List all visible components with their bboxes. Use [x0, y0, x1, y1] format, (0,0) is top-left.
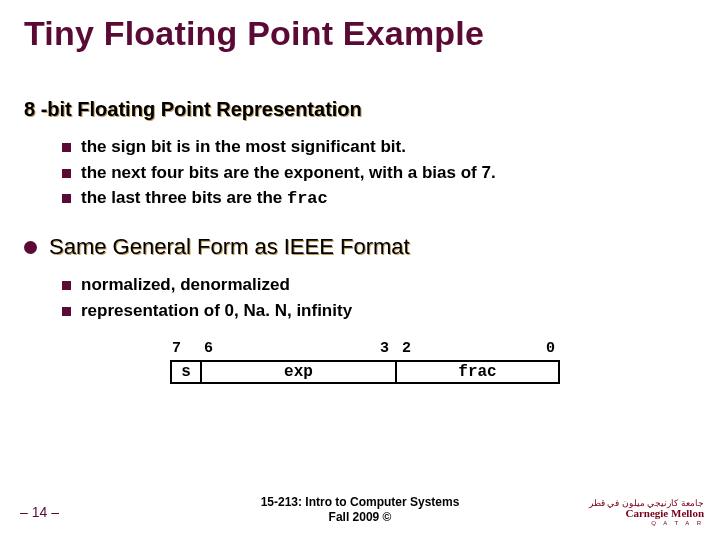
list-text: the sign bit is in the most significant …: [81, 137, 406, 156]
bit-label: 3: [380, 340, 389, 357]
list-text: the last three bits are the: [81, 188, 287, 207]
logo-qatar: Q A T A R: [589, 520, 704, 526]
list-text: the next four bits are the exponent, wit…: [81, 163, 496, 182]
field-sign: s: [172, 362, 202, 382]
cmu-qatar-logo: جامعة كارنيجي ميلون في قطر Carnegie Mell…: [589, 499, 704, 526]
representation-list: the sign bit is in the most significant …: [62, 134, 496, 212]
bitfield-boxes: s exp frac: [170, 360, 560, 384]
list-item: normalized, denormalized: [62, 272, 352, 298]
section-heading-text: Same General Form as IEEE Format: [49, 234, 410, 260]
field-exponent: exp: [202, 362, 397, 382]
list-item: the sign bit is in the most significant …: [62, 134, 496, 160]
square-bullet-icon: [62, 281, 71, 290]
square-bullet-icon: [62, 143, 71, 152]
logo-english: Carnegie Mellon: [589, 508, 704, 519]
ieee-list: normalized, denormalized representation …: [62, 272, 352, 323]
slide: Tiny Floating Point Example 8 -bit Float…: [0, 0, 720, 540]
slide-title: Tiny Floating Point Example: [24, 14, 484, 53]
square-bullet-icon: [62, 307, 71, 316]
list-item: the last three bits are the frac: [62, 185, 496, 212]
list-text-mono: frac: [287, 189, 328, 208]
list-item: representation of 0, Na. N, infinity: [62, 298, 352, 324]
field-fraction: frac: [397, 362, 558, 382]
square-bullet-icon: [62, 169, 71, 178]
bit-index-labels: 7 6 3 2 0: [170, 340, 560, 360]
bit-label: 6: [204, 340, 213, 357]
square-bullet-icon: [62, 194, 71, 203]
bit-label: 2: [402, 340, 411, 357]
list-text: normalized, denormalized: [81, 275, 290, 294]
section-heading-ieee: Same General Form as IEEE Format: [24, 234, 410, 260]
bit-label: 0: [546, 340, 555, 357]
bit-label: 7: [172, 340, 181, 357]
bitfield-diagram: 7 6 3 2 0 s exp frac: [170, 340, 560, 384]
list-text: representation of 0, Na. N, infinity: [81, 301, 352, 320]
circle-bullet-icon: [24, 241, 37, 254]
list-item: the next four bits are the exponent, wit…: [62, 160, 496, 186]
section-heading-representation: 8 -bit Floating Point Representation: [24, 98, 362, 121]
